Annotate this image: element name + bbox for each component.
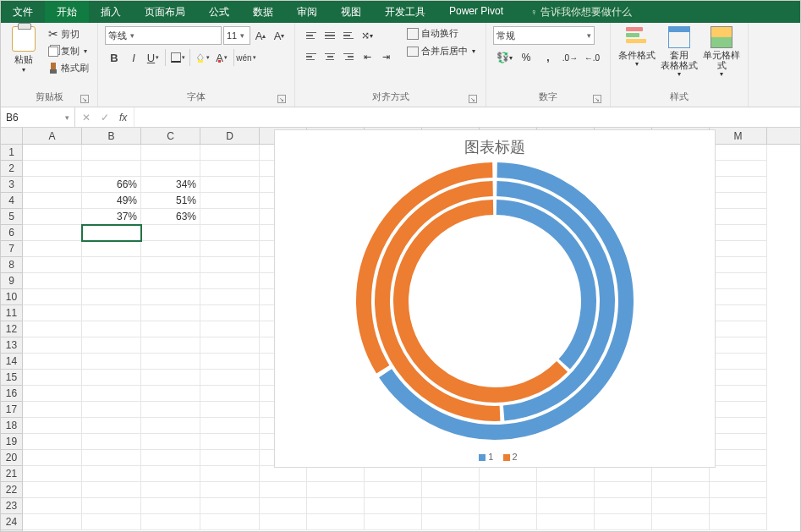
row-header[interactable]: 13 [1, 337, 22, 354]
cell[interactable] [82, 241, 141, 257]
align-left-button[interactable] [302, 47, 321, 66]
cell[interactable] [365, 482, 422, 498]
cell[interactable] [365, 498, 422, 514]
cell[interactable] [710, 257, 767, 273]
cell[interactable]: 51% [141, 193, 200, 209]
cell[interactable] [23, 386, 82, 402]
align-center-button[interactable] [321, 47, 339, 66]
cell[interactable]: 49% [82, 193, 141, 209]
cell[interactable] [200, 145, 260, 161]
cell[interactable] [141, 498, 200, 514]
column-header[interactable]: B [82, 128, 141, 144]
cell[interactable] [200, 305, 260, 321]
fx-icon[interactable]: fx [119, 112, 127, 123]
bold-button[interactable]: B [105, 48, 123, 67]
column-header[interactable]: A [23, 128, 82, 144]
row-header[interactable]: 7 [1, 241, 22, 257]
copy-button[interactable]: 复制▾ [47, 44, 91, 58]
font-size-combo[interactable]: 11▾ [223, 26, 250, 45]
row-header[interactable]: 9 [1, 273, 22, 289]
cell[interactable] [710, 193, 767, 209]
row-header[interactable]: 18 [1, 418, 22, 434]
cell[interactable] [595, 498, 652, 514]
cell[interactable] [652, 482, 710, 498]
cell[interactable] [141, 418, 200, 434]
cell[interactable] [23, 402, 82, 418]
cell[interactable] [141, 161, 200, 177]
cell[interactable] [200, 514, 260, 530]
cell[interactable] [23, 450, 82, 466]
cell[interactable] [82, 450, 141, 466]
cell[interactable]: 66% [82, 177, 141, 193]
conditional-format-button[interactable]: 条件格式▾ [617, 26, 656, 68]
cell[interactable] [23, 354, 82, 370]
row-header[interactable]: 12 [1, 321, 22, 337]
cell[interactable] [710, 321, 767, 337]
cell[interactable] [82, 145, 141, 161]
cell[interactable] [82, 402, 141, 418]
cell[interactable] [652, 498, 710, 514]
row-header[interactable]: 11 [1, 305, 22, 321]
cell[interactable] [23, 434, 82, 450]
row-header[interactable]: 24 [1, 514, 22, 530]
row-header[interactable]: 6 [1, 225, 22, 241]
cell[interactable] [200, 209, 260, 225]
cell[interactable] [200, 450, 260, 466]
font-color-button[interactable]: A▾ [212, 48, 231, 67]
cell[interactable] [710, 498, 767, 514]
cell[interactable] [710, 241, 767, 257]
tab-file[interactable]: 文件 [1, 1, 45, 23]
cell[interactable] [710, 466, 767, 482]
indent-dec-button[interactable]: ⇤ [358, 47, 376, 66]
cell[interactable] [200, 402, 260, 418]
row-header[interactable]: 17 [1, 402, 22, 418]
cell[interactable] [710, 273, 767, 289]
cell[interactable] [480, 498, 537, 514]
cell[interactable] [710, 386, 767, 402]
cell[interactable] [82, 466, 141, 482]
cell[interactable] [23, 498, 82, 514]
cell[interactable] [141, 514, 200, 530]
cell[interactable] [23, 370, 82, 386]
tab-view[interactable]: 视图 [329, 1, 373, 23]
cell[interactable] [537, 498, 595, 514]
cell[interactable] [82, 273, 141, 289]
cell[interactable] [141, 450, 200, 466]
name-box[interactable]: B6▾ [1, 107, 75, 127]
italic-button[interactable]: I [124, 48, 143, 67]
cell[interactable] [260, 466, 307, 482]
row-header[interactable]: 21 [1, 466, 22, 482]
cell[interactable] [23, 514, 82, 530]
cell[interactable] [23, 418, 82, 434]
cell[interactable] [710, 402, 767, 418]
cell[interactable] [710, 434, 767, 450]
dialog-launcher-icon[interactable]: ↘ [80, 95, 89, 103]
increase-decimal-button[interactable]: .0→ [559, 48, 581, 67]
wrap-text-button[interactable]: 自动换行 [403, 26, 479, 41]
cell[interactable] [307, 498, 365, 514]
cell[interactable] [652, 466, 710, 482]
cell[interactable] [200, 354, 260, 370]
cell[interactable] [200, 498, 260, 514]
cell[interactable] [260, 498, 307, 514]
chart-title[interactable]: 图表标题 [275, 137, 715, 157]
cell[interactable] [141, 289, 200, 305]
percent-button[interactable]: % [515, 48, 537, 67]
align-middle-button[interactable] [321, 26, 339, 45]
format-as-table-button[interactable]: 套用 表格格式▾ [660, 26, 699, 78]
cell[interactable] [141, 354, 200, 370]
cut-button[interactable]: ✂剪切 [47, 26, 91, 41]
tab-layout[interactable]: 页面布局 [133, 1, 197, 23]
cell[interactable] [23, 145, 82, 161]
indent-inc-button[interactable]: ⇥ [376, 47, 395, 66]
column-header[interactable]: M [710, 128, 767, 144]
cell[interactable] [200, 257, 260, 273]
row-header[interactable]: 10 [1, 289, 22, 305]
cell[interactable] [200, 482, 260, 498]
number-format-combo[interactable]: 常规▾ [493, 26, 595, 45]
cell[interactable] [23, 482, 82, 498]
row-header[interactable]: 22 [1, 482, 22, 498]
cell[interactable] [82, 161, 141, 177]
cell[interactable] [23, 177, 82, 193]
cell[interactable] [200, 466, 260, 482]
